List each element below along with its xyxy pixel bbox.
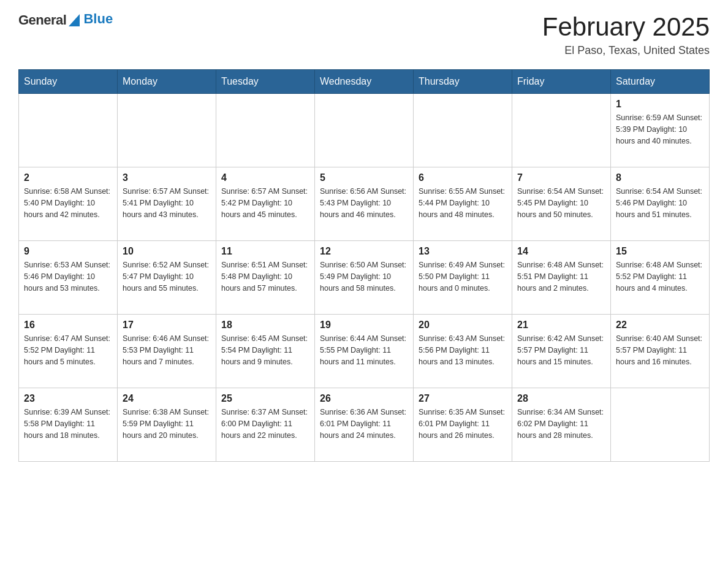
svg-marker-0 xyxy=(69,14,80,26)
day-number: 14 xyxy=(517,246,605,257)
day-number: 23 xyxy=(24,393,112,404)
table-row: 14Sunrise: 6:48 AM Sunset: 5:51 PM Dayli… xyxy=(512,241,611,315)
table-row: 12Sunrise: 6:50 AM Sunset: 5:49 PM Dayli… xyxy=(315,241,414,315)
day-number: 6 xyxy=(419,172,507,183)
calendar-week-row: 2Sunrise: 6:58 AM Sunset: 5:40 PM Daylig… xyxy=(19,167,710,241)
page-header: General Blue February 2025 El Paso, Texa… xyxy=(18,12,710,57)
day-info: Sunrise: 6:43 AM Sunset: 5:56 PM Dayligh… xyxy=(419,333,507,367)
calendar-week-row: 23Sunrise: 6:39 AM Sunset: 5:58 PM Dayli… xyxy=(19,388,710,462)
day-number: 4 xyxy=(221,172,309,183)
day-info: Sunrise: 6:57 AM Sunset: 5:41 PM Dayligh… xyxy=(123,186,211,220)
title-block: February 2025 El Paso, Texas, United Sta… xyxy=(542,12,710,57)
day-number: 12 xyxy=(320,246,408,257)
day-info: Sunrise: 6:35 AM Sunset: 6:01 PM Dayligh… xyxy=(419,407,507,441)
calendar-header-row: Sunday Monday Tuesday Wednesday Thursday… xyxy=(19,70,710,94)
table-row: 10Sunrise: 6:52 AM Sunset: 5:47 PM Dayli… xyxy=(118,241,216,315)
table-row: 16Sunrise: 6:47 AM Sunset: 5:52 PM Dayli… xyxy=(19,315,118,388)
calendar-week-row: 9Sunrise: 6:53 AM Sunset: 5:46 PM Daylig… xyxy=(19,241,710,315)
table-row: 5Sunrise: 6:56 AM Sunset: 5:43 PM Daylig… xyxy=(315,167,414,241)
day-info: Sunrise: 6:34 AM Sunset: 6:02 PM Dayligh… xyxy=(517,407,605,441)
table-row: 3Sunrise: 6:57 AM Sunset: 5:41 PM Daylig… xyxy=(118,167,216,241)
day-number: 2 xyxy=(24,172,112,183)
day-info: Sunrise: 6:45 AM Sunset: 5:54 PM Dayligh… xyxy=(221,333,309,367)
logo: General Blue xyxy=(18,12,113,28)
day-number: 17 xyxy=(123,320,211,331)
day-info: Sunrise: 6:39 AM Sunset: 5:58 PM Dayligh… xyxy=(24,407,112,441)
day-number: 25 xyxy=(221,393,309,404)
col-saturday: Saturday xyxy=(611,70,710,94)
col-tuesday: Tuesday xyxy=(216,70,315,94)
table-row: 17Sunrise: 6:46 AM Sunset: 5:53 PM Dayli… xyxy=(118,315,216,388)
table-row: 15Sunrise: 6:48 AM Sunset: 5:52 PM Dayli… xyxy=(611,241,710,315)
day-info: Sunrise: 6:47 AM Sunset: 5:52 PM Dayligh… xyxy=(24,333,112,367)
day-number: 28 xyxy=(517,393,605,404)
day-number: 27 xyxy=(419,393,507,404)
calendar-week-row: 16Sunrise: 6:47 AM Sunset: 5:52 PM Dayli… xyxy=(19,315,710,388)
table-row: 7Sunrise: 6:54 AM Sunset: 5:45 PM Daylig… xyxy=(512,167,611,241)
day-number: 3 xyxy=(123,172,211,183)
day-info: Sunrise: 6:58 AM Sunset: 5:40 PM Dayligh… xyxy=(24,186,112,220)
day-number: 21 xyxy=(517,320,605,331)
day-number: 24 xyxy=(123,393,211,404)
table-row: 20Sunrise: 6:43 AM Sunset: 5:56 PM Dayli… xyxy=(414,315,512,388)
table-row: 23Sunrise: 6:39 AM Sunset: 5:58 PM Dayli… xyxy=(19,388,118,462)
day-number: 20 xyxy=(419,320,507,331)
day-info: Sunrise: 6:55 AM Sunset: 5:44 PM Dayligh… xyxy=(419,186,507,220)
table-row xyxy=(611,388,710,462)
table-row: 1Sunrise: 6:59 AM Sunset: 5:39 PM Daylig… xyxy=(611,94,710,167)
day-info: Sunrise: 6:59 AM Sunset: 5:39 PM Dayligh… xyxy=(616,112,704,147)
day-info: Sunrise: 6:40 AM Sunset: 5:57 PM Dayligh… xyxy=(616,333,704,367)
table-row: 28Sunrise: 6:34 AM Sunset: 6:02 PM Dayli… xyxy=(512,388,611,462)
day-number: 26 xyxy=(320,393,408,404)
col-sunday: Sunday xyxy=(19,70,118,94)
day-info: Sunrise: 6:38 AM Sunset: 5:59 PM Dayligh… xyxy=(123,407,211,441)
day-number: 15 xyxy=(616,246,704,257)
day-info: Sunrise: 6:50 AM Sunset: 5:49 PM Dayligh… xyxy=(320,259,408,294)
day-number: 7 xyxy=(517,172,605,183)
table-row: 11Sunrise: 6:51 AM Sunset: 5:48 PM Dayli… xyxy=(216,241,315,315)
day-info: Sunrise: 6:37 AM Sunset: 6:00 PM Dayligh… xyxy=(221,407,309,441)
table-row: 2Sunrise: 6:58 AM Sunset: 5:40 PM Daylig… xyxy=(19,167,118,241)
day-info: Sunrise: 6:53 AM Sunset: 5:46 PM Dayligh… xyxy=(24,259,112,294)
day-number: 9 xyxy=(24,246,112,257)
day-number: 1 xyxy=(616,99,704,110)
logo-triangle-icon xyxy=(69,14,80,26)
day-info: Sunrise: 6:48 AM Sunset: 5:51 PM Dayligh… xyxy=(517,259,605,294)
day-info: Sunrise: 6:57 AM Sunset: 5:42 PM Dayligh… xyxy=(221,186,309,220)
day-info: Sunrise: 6:42 AM Sunset: 5:57 PM Dayligh… xyxy=(517,333,605,367)
calendar-week-row: 1Sunrise: 6:59 AM Sunset: 5:39 PM Daylig… xyxy=(19,94,710,167)
calendar-table: Sunday Monday Tuesday Wednesday Thursday… xyxy=(18,69,710,462)
table-row: 24Sunrise: 6:38 AM Sunset: 5:59 PM Dayli… xyxy=(118,388,216,462)
day-number: 10 xyxy=(123,246,211,257)
day-info: Sunrise: 6:48 AM Sunset: 5:52 PM Dayligh… xyxy=(616,259,704,294)
day-info: Sunrise: 6:52 AM Sunset: 5:47 PM Dayligh… xyxy=(123,259,211,294)
day-info: Sunrise: 6:54 AM Sunset: 5:45 PM Dayligh… xyxy=(517,186,605,220)
table-row: 18Sunrise: 6:45 AM Sunset: 5:54 PM Dayli… xyxy=(216,315,315,388)
table-row: 6Sunrise: 6:55 AM Sunset: 5:44 PM Daylig… xyxy=(414,167,512,241)
day-info: Sunrise: 6:44 AM Sunset: 5:55 PM Dayligh… xyxy=(320,333,408,367)
day-info: Sunrise: 6:54 AM Sunset: 5:46 PM Dayligh… xyxy=(616,186,704,220)
day-info: Sunrise: 6:49 AM Sunset: 5:50 PM Dayligh… xyxy=(419,259,507,294)
table-row xyxy=(512,94,611,167)
day-info: Sunrise: 6:56 AM Sunset: 5:43 PM Dayligh… xyxy=(320,186,408,220)
table-row: 27Sunrise: 6:35 AM Sunset: 6:01 PM Dayli… xyxy=(414,388,512,462)
day-number: 11 xyxy=(221,246,309,257)
table-row xyxy=(118,94,216,167)
table-row xyxy=(414,94,512,167)
table-row: 26Sunrise: 6:36 AM Sunset: 6:01 PM Dayli… xyxy=(315,388,414,462)
col-monday: Monday xyxy=(118,70,216,94)
table-row: 8Sunrise: 6:54 AM Sunset: 5:46 PM Daylig… xyxy=(611,167,710,241)
table-row xyxy=(216,94,315,167)
month-title: February 2025 xyxy=(542,12,710,42)
table-row xyxy=(19,94,118,167)
table-row: 21Sunrise: 6:42 AM Sunset: 5:57 PM Dayli… xyxy=(512,315,611,388)
table-row xyxy=(315,94,414,167)
table-row: 9Sunrise: 6:53 AM Sunset: 5:46 PM Daylig… xyxy=(19,241,118,315)
table-row: 4Sunrise: 6:57 AM Sunset: 5:42 PM Daylig… xyxy=(216,167,315,241)
day-number: 13 xyxy=(419,246,507,257)
day-info: Sunrise: 6:51 AM Sunset: 5:48 PM Dayligh… xyxy=(221,259,309,294)
location-subtitle: El Paso, Texas, United States xyxy=(542,44,710,57)
day-info: Sunrise: 6:36 AM Sunset: 6:01 PM Dayligh… xyxy=(320,407,408,441)
day-number: 16 xyxy=(24,320,112,331)
col-thursday: Thursday xyxy=(414,70,512,94)
